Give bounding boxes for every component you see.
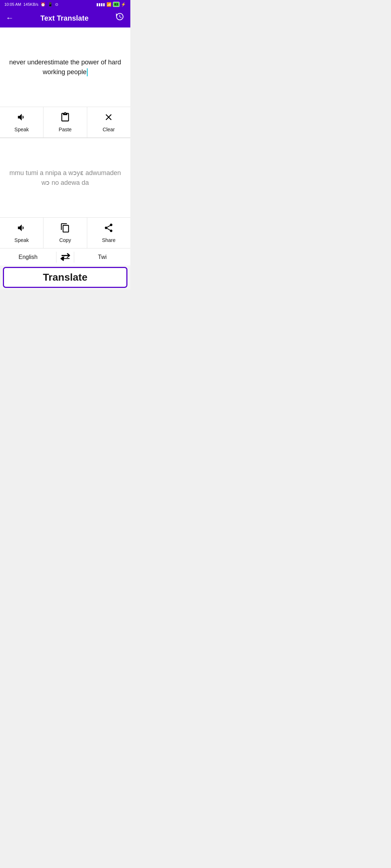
main-content: never underestimate the power of hard wo…: [0, 27, 130, 289]
language-bar: English Twi: [0, 248, 130, 265]
wifi-icon: 📶: [106, 2, 112, 7]
swap-languages-button[interactable]: [56, 253, 74, 261]
text-cursor: [87, 68, 88, 76]
input-section: never underestimate the power of hard wo…: [0, 27, 130, 138]
charging-icon: ⚡: [121, 2, 126, 7]
paste-label: Paste: [59, 127, 72, 132]
copy-button[interactable]: Copy: [43, 218, 87, 248]
app-title: Text Translate: [40, 14, 88, 22]
target-language-button[interactable]: Twi: [74, 250, 130, 265]
share-icon: [104, 223, 114, 235]
paste-icon: [60, 112, 70, 124]
signal-icon: ▮▮▮▮: [96, 2, 105, 7]
input-text-display[interactable]: never underestimate the power of hard wo…: [0, 27, 130, 107]
share-label: Share: [102, 237, 115, 243]
speak-input-button[interactable]: Speak: [0, 107, 43, 137]
status-right: ▮▮▮▮ 📶 63 ⚡: [96, 2, 126, 7]
clear-label: Clear: [103, 127, 115, 132]
speak-input-icon: [17, 112, 27, 124]
whatsapp-icon: 📱: [48, 2, 53, 7]
copy-icon: [60, 223, 70, 235]
translate-button[interactable]: Translate: [3, 267, 127, 288]
copy-label: Copy: [59, 237, 71, 243]
time-display: 10:05 AM: [4, 2, 21, 7]
speak-input-label: Speak: [14, 127, 29, 132]
alarm-icon: ⏰: [41, 2, 46, 7]
app-bar: ← Text Translate: [0, 9, 130, 27]
input-action-buttons: Speak Paste Clear: [0, 107, 130, 137]
output-section: mmu tumi a nnipa a wɔyɛ adwumaden wɔ no …: [0, 138, 130, 248]
vpn-icon: ⊙: [55, 2, 58, 7]
back-button[interactable]: ←: [6, 13, 14, 23]
paste-button[interactable]: Paste: [43, 107, 87, 137]
clear-icon: [104, 112, 114, 124]
share-button[interactable]: Share: [87, 218, 130, 248]
network-speed: 145KB/s: [23, 2, 38, 7]
source-language-button[interactable]: English: [0, 250, 56, 265]
clear-button[interactable]: Clear: [87, 107, 130, 137]
speak-output-label: Speak: [14, 237, 29, 243]
status-left: 10:05 AM 145KB/s ⏰ 📱 ⊙: [4, 2, 58, 7]
input-text: never underestimate the power of hard wo…: [6, 58, 125, 77]
speak-output-button[interactable]: Speak: [0, 218, 43, 248]
speak-output-icon: [17, 223, 27, 235]
output-text-display: mmu tumi a nnipa a wɔyɛ adwumaden wɔ no …: [0, 138, 130, 217]
output-text: mmu tumi a nnipa a wɔyɛ adwumaden wɔ no …: [6, 168, 125, 188]
history-button[interactable]: [115, 12, 125, 24]
output-action-buttons: Speak Copy Share: [0, 217, 130, 248]
battery-display: 63: [113, 2, 119, 7]
status-bar: 10:05 AM 145KB/s ⏰ 📱 ⊙ ▮▮▮▮ 📶 63 ⚡: [0, 0, 130, 9]
